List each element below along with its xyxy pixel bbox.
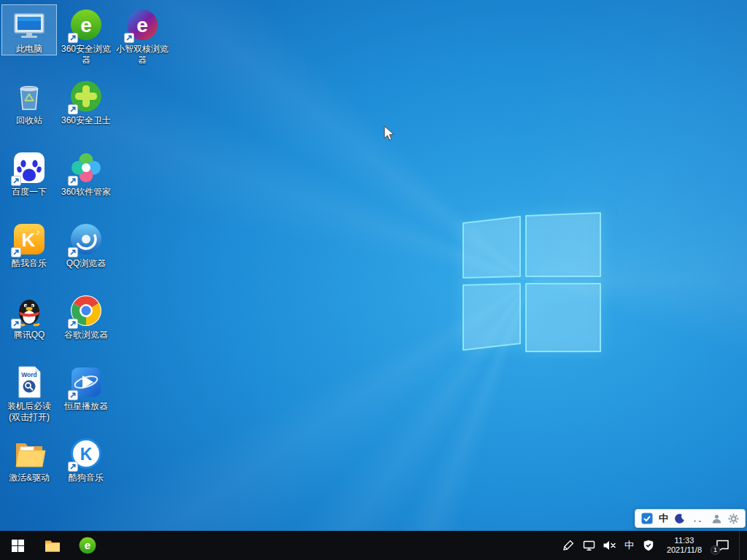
taskbar-app-buttons: e [0, 531, 105, 560]
pen-icon[interactable] [562, 539, 576, 553]
desktop-icon-label: 360软件管家 [61, 187, 111, 198]
shortcut-arrow-icon [11, 319, 21, 329]
start-button[interactable] [0, 531, 35, 560]
browser-360-icon: e [69, 7, 104, 42]
desktop-icon-label: QQ浏览器 [66, 258, 107, 269]
safeguard-360-icon [69, 79, 104, 114]
tencent-qq-icon [12, 293, 47, 328]
shortcut-arrow-icon [68, 33, 78, 43]
action-center-button[interactable]: 1 [713, 536, 732, 556]
desktop-icon-label: 装机后必读(双击打开) [2, 401, 56, 423]
taskbar-file-explorer-button[interactable] [35, 531, 70, 560]
chrome-icon [69, 293, 104, 328]
desktop-icon-qq-browser[interactable]: QQ浏览器 [58, 219, 114, 270]
zhixiao-browser-icon: e [125, 7, 160, 42]
star-player-icon [69, 365, 104, 400]
desktop-icon-label: 谷歌浏览器 [64, 330, 108, 341]
volume-muted-icon[interactable] [603, 539, 616, 553]
desktop-icon-kuwo-music[interactable]: K♪酷我音乐 [1, 219, 57, 270]
recycle-bin-icon [12, 79, 47, 114]
desktop-icon-label: 小智双核浏览器 [115, 44, 169, 66]
taskbar-clock[interactable]: 11:33 2021/11/8 [662, 536, 706, 555]
desktop-icon-zhixiao-browser[interactable]: e小智双核浏览器 [115, 4, 170, 66]
taskbar-360-browser-button[interactable]: e [70, 531, 105, 560]
desktop-icon-activation-drivers[interactable]: 激活&驱动 [1, 433, 57, 484]
desktop-icon-recycle-bin[interactable]: 回收站 [1, 76, 57, 127]
desktop-icon-safeguard-360[interactable]: 360安全卫士 [58, 76, 114, 127]
svg-text:♪: ♪ [36, 228, 40, 236]
ime-punctuation[interactable]: ，。 [691, 513, 705, 524]
desktop-icon-label: 腾讯QQ [14, 330, 45, 341]
taskbar: e 中 11:33 2021/11/8 1 [0, 531, 747, 560]
ime-toolbar[interactable]: 中 ，。 [635, 509, 746, 528]
desktop-icon-grid: 此电脑回收站百度一下K♪酷我音乐腾讯QQWord装机后必读(双击打开)激活&驱动… [0, 0, 747, 531]
this-pc-icon [12, 7, 47, 42]
input-language-indicator[interactable]: 中 [623, 539, 635, 552]
shortcut-arrow-icon [124, 33, 134, 43]
security-shield-icon[interactable] [642, 539, 656, 553]
desktop-icon-star-player[interactable]: 恒星播放器 [58, 362, 114, 413]
kuwo-music-icon: K♪ [12, 222, 47, 257]
clock-time: 11:33 [667, 536, 702, 545]
desktop-icon-this-pc[interactable]: 此电脑 [1, 4, 57, 55]
desktop-icon-label: 此电脑 [16, 44, 42, 55]
system-tray: 中 11:33 2021/11/8 1 [562, 531, 747, 560]
shortcut-arrow-icon [11, 247, 21, 257]
gear-icon[interactable] [728, 513, 739, 524]
network-icon[interactable] [582, 539, 596, 553]
svg-text:e: e [80, 14, 92, 36]
desktop-icon-label: 360安全卫士 [61, 115, 111, 126]
desktop-icon-setup-readme[interactable]: Word装机后必读(双击打开) [1, 362, 57, 424]
mouse-cursor [382, 125, 397, 141]
desktop-icon-software-360[interactable]: 360软件管家 [58, 147, 114, 198]
shortcut-arrow-icon [68, 390, 78, 400]
clock-date: 2021/11/8 [667, 545, 702, 555]
svg-text:e: e [136, 14, 148, 36]
svg-text:K: K [80, 445, 93, 464]
desktop-icon-label: 酷我音乐 [12, 258, 47, 269]
shortcut-arrow-icon [68, 247, 78, 257]
shortcut-arrow-icon [68, 104, 78, 114]
notification-badge: 1 [711, 545, 720, 555]
software-360-icon [69, 150, 104, 185]
desktop-icon-label: 360安全浏览器 [59, 44, 113, 66]
desktop-icon-tencent-qq[interactable]: 腾讯QQ [1, 290, 57, 341]
desktop-icon-kugou-music[interactable]: K酷狗音乐 [58, 433, 114, 484]
desktop-icon-chrome[interactable]: 谷歌浏览器 [58, 290, 114, 341]
setup-readme-icon: Word [12, 365, 47, 400]
baidu-icon [12, 150, 47, 185]
desktop-icon-label: 酷狗音乐 [69, 472, 104, 483]
qq-browser-icon [69, 222, 104, 257]
desktop-icon-browser-360[interactable]: e360安全浏览器 [58, 4, 114, 66]
desktop-icon-label: 恒星播放器 [64, 401, 108, 412]
show-desktop-button[interactable] [739, 531, 743, 560]
shortcut-arrow-icon [11, 176, 21, 186]
shortcut-arrow-icon [68, 462, 78, 472]
shortcut-arrow-icon [68, 319, 78, 329]
desktop-icon-label: 激活&驱动 [9, 472, 50, 483]
kugou-music-icon: K [69, 436, 104, 471]
desktop-icon-baidu[interactable]: 百度一下 [1, 147, 57, 198]
svg-text:K: K [22, 229, 36, 251]
svg-text:e: e [85, 539, 90, 551]
moon-icon[interactable] [674, 513, 685, 524]
person-icon[interactable] [711, 513, 722, 524]
shortcut-arrow-icon [68, 176, 78, 186]
desktop-icon-label: 百度一下 [12, 187, 47, 198]
activation-drivers-icon [12, 436, 47, 471]
desktop-icon-label: 回收站 [16, 115, 42, 126]
svg-text:Word: Word [21, 371, 37, 378]
ime-language-mode[interactable]: 中 [659, 512, 668, 525]
ime-logo-icon[interactable] [641, 513, 653, 524]
